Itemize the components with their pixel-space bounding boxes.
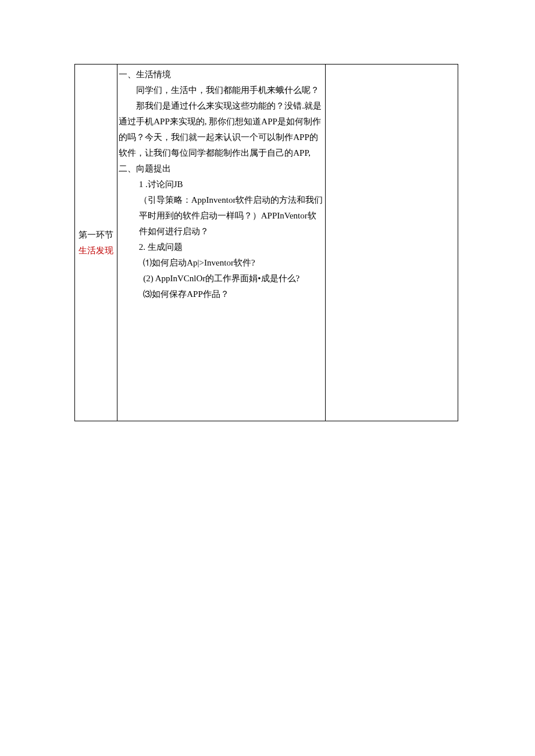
step-1: 1 .讨论问JB [119, 177, 324, 192]
question-2: (2) AppInVCnlOr的工作界面娟•成是什么? [119, 271, 324, 286]
paragraph-2: 那我们是通过什么来实现这些功能的？没错.就是通过手机APP来实现的, 那你们想知… [119, 98, 324, 177]
stage-title: 第一环节 [76, 227, 116, 243]
spacer [119, 302, 324, 418]
step-1a: （引导策略：AppInventor软件启动的方法和我们平时用到的软件启动一样吗？… [119, 192, 324, 239]
notes-cell [326, 65, 458, 421]
heading-1: 一、生活情境 [119, 67, 324, 83]
paragraph-1: 同学们，生活中，我们都能用手机来蛾什么呢？ [119, 83, 324, 98]
stage-cell: 第一环节 生活发现 [75, 65, 117, 421]
question-3: ⑶如何保存APP作品？ [119, 286, 324, 302]
lesson-table: 第一环节 生活发现 一、生活情境 同学们，生活中，我们都能用手机来蛾什么呢？ 那… [74, 64, 458, 421]
stage-subtitle: 生活发现 [76, 243, 116, 259]
table-row: 第一环节 生活发现 一、生活情境 同学们，生活中，我们都能用手机来蛾什么呢？ 那… [75, 65, 458, 421]
question-1: ⑴如何启动Ap|>Inventor软件? [119, 255, 324, 271]
step-2: 2. 生成问题 [119, 239, 324, 255]
content-cell: 一、生活情境 同学们，生活中，我们都能用手机来蛾什么呢？ 那我们是通过什么来实现… [117, 65, 326, 421]
